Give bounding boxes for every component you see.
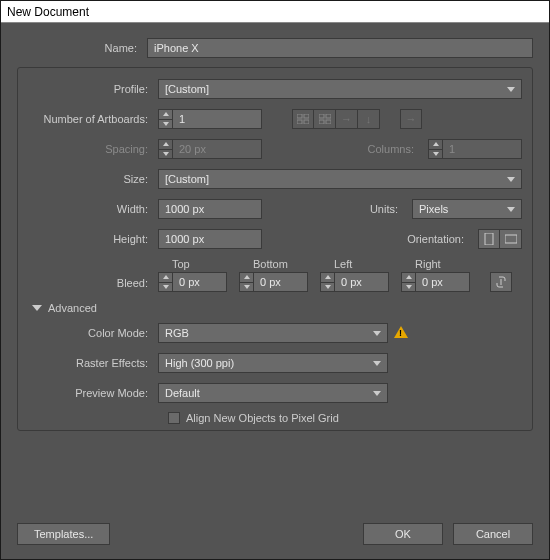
- size-label: Size:: [28, 173, 158, 185]
- profile-value: [Custom]: [165, 83, 209, 95]
- profile-dropdown[interactable]: [Custom]: [158, 79, 522, 99]
- align-grid-label: Align New Objects to Pixel Grid: [186, 412, 339, 424]
- height-label: Height:: [28, 233, 158, 245]
- bleed-bottom-label: Bottom: [239, 258, 308, 270]
- advanced-label: Advanced: [48, 302, 97, 314]
- width-label: Width:: [28, 203, 158, 215]
- cancel-button[interactable]: Cancel: [453, 523, 533, 545]
- bleed-bottom-input[interactable]: [253, 272, 308, 292]
- chevron-down-icon: [507, 207, 515, 212]
- raster-value: High (300 ppi): [165, 357, 234, 369]
- spacing-input: [172, 139, 262, 159]
- warning-icon: [394, 326, 408, 340]
- arrow-ltr-icon[interactable]: →: [400, 109, 422, 129]
- new-document-dialog: New Document Name: Profile: [Custom] Num…: [0, 0, 550, 560]
- ok-button[interactable]: OK: [363, 523, 443, 545]
- orientation-landscape-icon[interactable]: [500, 229, 522, 249]
- height-input[interactable]: [158, 229, 262, 249]
- size-value: [Custom]: [165, 173, 209, 185]
- width-input[interactable]: [158, 199, 262, 219]
- columns-input: [442, 139, 522, 159]
- artboard-arrange-group: → ↓: [292, 109, 380, 129]
- color-mode-label: Color Mode:: [28, 327, 158, 339]
- bleed-right-label: Right: [401, 258, 470, 270]
- chevron-down-icon: [373, 391, 381, 396]
- grid-col-icon[interactable]: [314, 109, 336, 129]
- svg-rect-1: [304, 114, 309, 118]
- artboards-label: Number of Artboards:: [28, 113, 158, 125]
- bleed-left-stepper[interactable]: [320, 272, 389, 292]
- spacing-label: Spacing:: [28, 143, 158, 155]
- chevron-down-icon: [32, 305, 42, 311]
- size-dropdown[interactable]: [Custom]: [158, 169, 522, 189]
- units-value: Pixels: [419, 203, 448, 215]
- preview-value: Default: [165, 387, 200, 399]
- chevron-down-icon: [507, 177, 515, 182]
- bleed-left-input[interactable]: [334, 272, 389, 292]
- units-label: Units:: [346, 203, 406, 215]
- preview-dropdown[interactable]: Default: [158, 383, 388, 403]
- orientation-label: Orientation:: [407, 233, 472, 245]
- arrow-down-icon[interactable]: ↓: [358, 109, 380, 129]
- artboards-input[interactable]: [172, 109, 262, 129]
- bleed-bottom-stepper[interactable]: [239, 272, 308, 292]
- orientation-portrait-icon[interactable]: [478, 229, 500, 249]
- svg-rect-6: [319, 120, 324, 124]
- bleed-left-label: Left: [320, 258, 389, 270]
- grid-row-icon[interactable]: [292, 109, 314, 129]
- bleed-right-stepper[interactable]: [401, 272, 470, 292]
- color-mode-value: RGB: [165, 327, 189, 339]
- bleed-top-stepper[interactable]: [158, 272, 227, 292]
- raster-dropdown[interactable]: High (300 ppi): [158, 353, 388, 373]
- color-mode-dropdown[interactable]: RGB: [158, 323, 388, 343]
- columns-label: Columns:: [368, 143, 422, 155]
- chevron-down-icon: [373, 331, 381, 336]
- columns-stepper: [428, 139, 522, 159]
- bleed-top-label: Top: [158, 258, 227, 270]
- bleed-right-input[interactable]: [415, 272, 470, 292]
- units-dropdown[interactable]: Pixels: [412, 199, 522, 219]
- svg-rect-2: [297, 120, 302, 124]
- bleed-top-input[interactable]: [172, 272, 227, 292]
- profile-label: Profile:: [28, 83, 158, 95]
- svg-rect-9: [505, 235, 517, 243]
- svg-rect-3: [304, 120, 309, 124]
- link-bleed-icon[interactable]: [490, 272, 512, 292]
- chevron-down-icon: [373, 361, 381, 366]
- svg-rect-5: [326, 114, 331, 118]
- titlebar[interactable]: New Document: [1, 1, 549, 23]
- artboards-stepper[interactable]: [158, 109, 262, 129]
- chevron-down-icon: [507, 87, 515, 92]
- align-grid-checkbox[interactable]: [168, 412, 180, 424]
- svg-rect-4: [319, 114, 324, 118]
- svg-rect-0: [297, 114, 302, 118]
- window-title: New Document: [7, 5, 89, 19]
- name-input[interactable]: [147, 38, 533, 58]
- svg-rect-7: [326, 120, 331, 124]
- templates-button[interactable]: Templates...: [17, 523, 110, 545]
- raster-label: Raster Effects:: [28, 357, 158, 369]
- svg-rect-8: [485, 233, 493, 245]
- spacing-stepper: [158, 139, 262, 159]
- bleed-label: Bleed:: [28, 277, 158, 292]
- preview-label: Preview Mode:: [28, 387, 158, 399]
- advanced-toggle[interactable]: Advanced: [32, 302, 522, 314]
- arrow-right-icon[interactable]: →: [336, 109, 358, 129]
- name-label: Name:: [17, 42, 147, 54]
